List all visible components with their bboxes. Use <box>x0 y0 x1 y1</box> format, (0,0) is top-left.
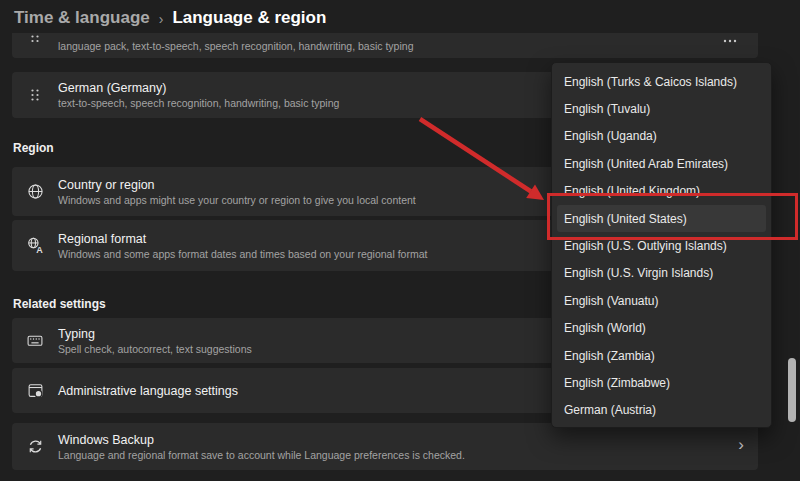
breadcrumb: Time & language › Language & region <box>14 5 326 31</box>
settings-window: Time & language › Language & region lang… <box>0 0 800 481</box>
dropdown-item[interactable]: English (United Arab Emirates) <box>557 150 766 177</box>
breadcrumb-parent[interactable]: Time & language <box>14 8 150 28</box>
language-row-title: German (Germany) <box>58 81 339 95</box>
dropdown-item[interactable]: English (Zambia) <box>557 342 766 369</box>
regional-format-icon: A <box>12 237 58 254</box>
drag-handle-icon[interactable] <box>12 88 58 102</box>
dropdown-item[interactable]: English (Turks & Caicos Islands) <box>557 68 766 95</box>
language-dropdown-list: English (Turks & Caicos Islands)English … <box>551 62 772 428</box>
row-subtitle: Windows and apps might use your country … <box>58 194 416 206</box>
globe-icon <box>12 183 58 200</box>
drag-handle-icon[interactable] <box>12 33 58 47</box>
dropdown-item[interactable]: English (U.S. Virgin Islands) <box>557 260 766 287</box>
language-row-partial[interactable]: language pack, text-to-speech, speech re… <box>12 33 758 58</box>
row-title: Windows Backup <box>58 433 465 447</box>
dropdown-item[interactable]: English (Uganda) <box>557 123 766 150</box>
row-subtitle: Language and regional format save to acc… <box>58 449 465 461</box>
row-subtitle: Spell check, autocorrect, text suggestio… <box>58 343 252 355</box>
row-subtitle: Windows and some apps format dates and t… <box>58 248 427 260</box>
row-title: Typing <box>58 327 252 341</box>
dropdown-item[interactable]: English (Zimbabwe) <box>557 369 766 396</box>
windows-backup-row[interactable]: Windows Backup Language and regional for… <box>12 423 758 470</box>
scrollbar-thumb[interactable] <box>788 358 796 422</box>
dropdown-item[interactable]: English (Tuvalu) <box>557 95 766 122</box>
dropdown-item[interactable]: English (United States) <box>557 205 766 232</box>
language-row-subtitle: text-to-speech, speech recognition, hand… <box>58 97 339 109</box>
dropdown-item[interactable]: German (Austria) <box>557 397 766 424</box>
sync-icon <box>12 438 58 455</box>
row-title: Regional format <box>58 232 427 246</box>
chevron-right-icon: › <box>738 435 744 455</box>
more-options-button[interactable] <box>722 36 738 46</box>
svg-text:A: A <box>36 245 43 254</box>
dropdown-item[interactable]: English (World) <box>557 315 766 342</box>
dropdown-item[interactable]: English (Vanuatu) <box>557 287 766 314</box>
section-header-region: Region <box>13 141 54 155</box>
language-row-partial-subtitle: language pack, text-to-speech, speech re… <box>58 33 413 52</box>
section-header-related-settings: Related settings <box>13 297 106 311</box>
row-title: Administrative language settings <box>58 384 238 398</box>
dropdown-item[interactable]: English (U.S. Outlying Islands) <box>557 232 766 259</box>
breadcrumb-chevron-icon: › <box>159 10 164 27</box>
row-title: Country or region <box>58 178 416 192</box>
page-title: Language & region <box>172 8 326 28</box>
keyboard-icon <box>12 332 58 349</box>
admin-window-icon <box>12 382 58 399</box>
dropdown-item[interactable]: English (United Kingdom) <box>557 178 766 205</box>
